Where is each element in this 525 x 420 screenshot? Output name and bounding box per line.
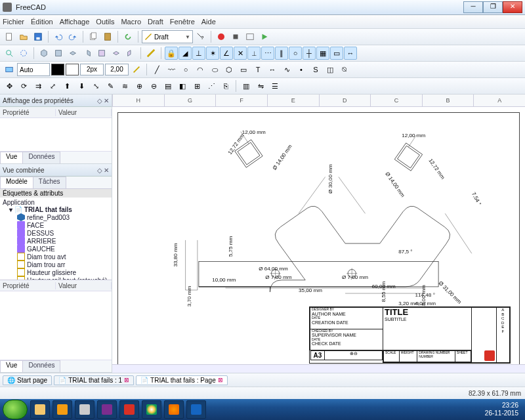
upgrade-icon[interactable]: ⬆: [60, 79, 74, 93]
rotate-icon[interactable]: ⟳: [17, 79, 30, 93]
tree-item[interactable]: GAUCHE: [1, 245, 110, 253]
face-color[interactable]: [66, 64, 79, 75]
addpoint-icon[interactable]: ⊕: [133, 79, 146, 93]
shape2d-icon[interactable]: ▤: [161, 79, 175, 93]
maximize-button[interactable]: ❐: [483, 1, 503, 13]
task-onenote[interactable]: [97, 400, 117, 419]
tree-item[interactable]: Hauteur glissiere: [1, 268, 110, 276]
snap-grid-icon[interactable]: ▦: [316, 47, 329, 60]
polygon-tool-icon[interactable]: ⬡: [222, 63, 236, 76]
workbench-selector[interactable]: Draft ▼: [142, 30, 193, 43]
measure-icon[interactable]: [144, 47, 158, 60]
play-icon[interactable]: [258, 30, 271, 43]
snap-wp-icon[interactable]: ▭: [330, 47, 343, 60]
task-app1[interactable]: [75, 400, 94, 419]
menu-draft[interactable]: Draft: [148, 18, 163, 26]
dim-tool-icon[interactable]: ↔: [266, 63, 279, 76]
wiretobs-icon[interactable]: ≋: [118, 79, 131, 93]
record-icon[interactable]: [215, 30, 228, 43]
arc-tool-icon[interactable]: ◠: [194, 63, 207, 76]
left-icon[interactable]: [124, 47, 137, 60]
panel-close-icon[interactable]: ✕: [104, 167, 109, 174]
stop-icon[interactable]: [229, 30, 242, 43]
offset-icon[interactable]: ⇉: [32, 79, 45, 93]
facebinder-icon[interactable]: ◫: [324, 63, 337, 76]
d2s-icon[interactable]: ◧: [176, 79, 189, 93]
tree-item[interactable]: refine_Pad003: [1, 213, 110, 221]
tree-item[interactable]: DESSUS: [1, 229, 110, 237]
menu-aide[interactable]: Aide: [201, 18, 216, 26]
point-tool-icon[interactable]: •: [295, 63, 308, 76]
ellipse-tool-icon[interactable]: ⬭: [208, 63, 221, 76]
redo-icon[interactable]: [66, 30, 79, 43]
snap-center-icon[interactable]: ✶: [206, 47, 219, 60]
doctab-trial-page[interactable]: 📄 TRIAL that fails : Page ⊠: [136, 375, 228, 385]
tab-donnees-top[interactable]: Données: [22, 152, 60, 163]
right-icon[interactable]: [81, 47, 94, 60]
close-button[interactable]: ✕: [503, 1, 522, 13]
task-firefox[interactable]: [164, 400, 184, 419]
apply-style-icon[interactable]: [130, 63, 143, 76]
tree-item[interactable]: FACE: [1, 221, 110, 229]
panel-float-icon[interactable]: ◇: [97, 97, 102, 104]
task-freecad[interactable]: [119, 400, 139, 419]
snap-dim-icon[interactable]: ↔: [344, 47, 357, 60]
whatsthis-icon[interactable]: ?: [194, 30, 207, 43]
array-icon[interactable]: ⊞: [190, 79, 203, 93]
shapestring-icon[interactable]: S: [309, 63, 322, 76]
start-button[interactable]: [3, 400, 28, 419]
task-thunderbird[interactable]: [186, 400, 206, 419]
task-vlc[interactable]: [52, 400, 72, 419]
close-icon[interactable]: ⊠: [218, 377, 223, 383]
new-icon[interactable]: [3, 30, 16, 43]
snap-intersect-icon[interactable]: ✕: [234, 47, 247, 60]
snap-ext-icon[interactable]: ⋯: [261, 47, 274, 60]
snap-near-icon[interactable]: ○: [289, 47, 302, 60]
copy-icon[interactable]: [87, 30, 100, 43]
snap-mid-icon[interactable]: ⊥: [192, 47, 205, 60]
drawing-canvas[interactable]: HGFEDCBA: [112, 94, 525, 373]
task-explorer[interactable]: [30, 400, 50, 419]
fit-icon[interactable]: [3, 47, 16, 60]
text-tool-icon[interactable]: T: [251, 63, 264, 76]
mirror-icon[interactable]: ⇋: [254, 79, 267, 93]
tab-vue-bottom[interactable]: Vue: [0, 360, 23, 372]
move-icon[interactable]: ✥: [3, 79, 16, 93]
snap-perp-icon[interactable]: ⟂: [247, 47, 261, 60]
save-icon[interactable]: [32, 30, 45, 43]
tree-item[interactable]: Diam trou avt: [1, 253, 110, 261]
menu-fenetre[interactable]: Fenêtre: [170, 18, 195, 26]
snap-lock-icon[interactable]: 🔒: [165, 47, 178, 60]
tab-donnees-bottom[interactable]: Données: [22, 360, 60, 372]
doctab-startpage[interactable]: 🌐 Start page: [3, 375, 52, 385]
bspline-tool-icon[interactable]: ∿: [280, 63, 293, 76]
menu-affichage[interactable]: Affichage: [60, 18, 90, 26]
downgrade-icon[interactable]: ⬇: [75, 79, 88, 93]
fontsize-field[interactable]: 2,00: [105, 64, 129, 75]
open-icon[interactable]: [17, 30, 30, 43]
panel-float-icon[interactable]: ◇: [97, 167, 102, 174]
clone-icon[interactable]: ⎘: [219, 79, 232, 93]
paste-icon[interactable]: [101, 30, 114, 43]
auto-plane[interactable]: Auto: [17, 63, 50, 76]
drawing-icon[interactable]: ▥: [240, 79, 253, 93]
refresh-icon[interactable]: [121, 30, 135, 43]
bottom-icon[interactable]: [110, 47, 123, 60]
linewidth-field[interactable]: 2px: [80, 64, 104, 75]
snap-ortho-icon[interactable]: ┼: [303, 47, 316, 60]
minimize-button[interactable]: ─: [463, 1, 483, 13]
trimex-icon[interactable]: ⤢: [46, 79, 59, 93]
drawstyle-icon[interactable]: [17, 47, 30, 60]
edit-icon[interactable]: ✎: [104, 79, 117, 93]
top-icon[interactable]: [66, 47, 79, 60]
delpoint-icon[interactable]: ⊖: [147, 79, 160, 93]
tab-modele[interactable]: Modèle: [0, 177, 33, 188]
task-chrome[interactable]: [142, 400, 161, 419]
iso-icon[interactable]: [37, 47, 51, 60]
plane-icon[interactable]: [3, 63, 16, 76]
macros-icon[interactable]: [243, 30, 257, 43]
panel-close-icon[interactable]: ✕: [104, 97, 109, 104]
menu-outils[interactable]: Outils: [96, 18, 114, 26]
tree-item[interactable]: ARRIERE: [1, 237, 110, 245]
line-color[interactable]: [51, 64, 64, 75]
